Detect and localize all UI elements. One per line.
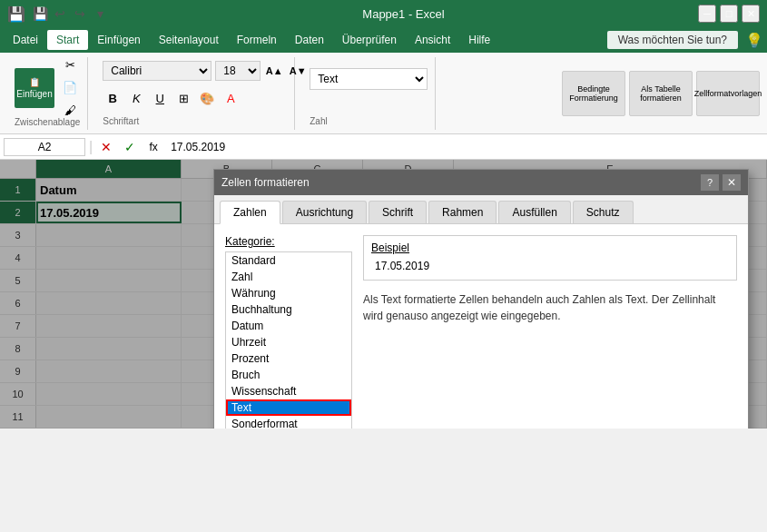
beispiel-value: 17.05.2019 — [371, 258, 729, 274]
restore-button[interactable]: □ — [720, 5, 738, 23]
save-button[interactable]: 💾 — [31, 5, 49, 23]
tab-ausrichtung[interactable]: Ausrichtung — [282, 201, 367, 223]
category-zahl[interactable]: Zahl — [226, 269, 351, 285]
menu-einfuegen[interactable]: Einfügen — [88, 30, 149, 50]
excel-logo-icon: 💾 — [7, 5, 25, 23]
dialog-body: Kategorie: Standard Zahl Währung Buchhal… — [214, 224, 748, 429]
category-text[interactable]: Text — [226, 399, 351, 416]
font-format-row: B K U ⊞ 🎨 A — [103, 89, 241, 109]
als-tabelle-btn[interactable]: Als Tabelle formatieren — [629, 71, 693, 116]
underline-button[interactable]: U — [150, 89, 170, 109]
tab-rahmen[interactable]: Rahmen — [428, 201, 497, 223]
formula-input[interactable]: 17.05.2019 — [167, 138, 763, 156]
menu-daten[interactable]: Daten — [286, 30, 333, 50]
spreadsheet-area: A B C D E 1 Datum 2 17.05.2019 3 4 5 6 — [0, 160, 767, 429]
formula-icons: ✕ ✓ fx — [96, 137, 163, 157]
undo-button[interactable]: ↩ — [51, 5, 69, 23]
formula-bar: A2 | ✕ ✓ fx 17.05.2019 — [0, 134, 767, 160]
category-wissenschaft[interactable]: Wissenschaft — [226, 383, 351, 399]
dialog-overlay: Zellen formatieren ? ✕ Zahlen Ausrichtun… — [0, 160, 767, 429]
formula-divider: | — [89, 139, 93, 155]
menu-bar: Datei Start Einfügen Seitenlayout Formel… — [0, 27, 767, 53]
menu-seitenlayout[interactable]: Seitenlayout — [150, 30, 228, 50]
menu-datei[interactable]: Datei — [4, 30, 47, 50]
dialog-help-button[interactable]: ? — [701, 174, 719, 191]
bold-button[interactable]: B — [103, 89, 123, 109]
clipboard-small-buttons: ✂ 📄 🖌 — [60, 55, 80, 121]
search-box[interactable]: Was möchten Sie tun? — [607, 31, 738, 49]
fill-color-button[interactable]: 🎨 — [197, 89, 217, 109]
tab-schrift[interactable]: Schrift — [369, 201, 427, 223]
menu-ueberpruefen[interactable]: Überprüfen — [333, 30, 406, 50]
menu-formeln[interactable]: Formeln — [228, 30, 286, 50]
category-standard[interactable]: Standard — [226, 252, 351, 269]
lightbulb-icon: 💡 — [745, 32, 763, 49]
zellformatvorlagen-btn[interactable]: Zellformatvorlagen — [696, 71, 760, 116]
ribbon: 📋 Einfügen ✂ 📄 🖌 Zwischenablage Calibri … — [0, 53, 767, 134]
dialog-title-buttons: ? ✕ — [701, 174, 741, 191]
zellen-formatieren-dialog: Zellen formatieren ? ✕ Zahlen Ausrichtun… — [213, 169, 749, 429]
window-title: Mappe1 - Excel — [109, 7, 698, 21]
minimize-button[interactable]: ─ — [698, 5, 716, 23]
ribbon-right: Bedingte Formatierung Als Tabelle format… — [562, 71, 760, 116]
tab-schutz[interactable]: Schutz — [573, 201, 634, 223]
cancel-formula-button[interactable]: ✕ — [96, 137, 116, 157]
redo-button[interactable]: ↪ — [71, 5, 89, 23]
clipboard-label: Zwischenablage — [15, 117, 80, 127]
menu-hilfe[interactable]: Hilfe — [459, 30, 499, 50]
customize-button[interactable]: ▾ — [91, 5, 109, 23]
title-bar: 💾 💾 ↩ ↪ ▾ Mappe1 - Excel ─ □ ✕ — [0, 0, 767, 27]
category-datum[interactable]: Datum — [226, 318, 351, 334]
paste-button[interactable]: 📋 Einfügen — [15, 68, 54, 108]
increase-font-button[interactable]: A▲ — [264, 61, 284, 81]
confirm-formula-button[interactable]: ✓ — [120, 137, 140, 157]
cut-button[interactable]: ✂ — [60, 55, 80, 75]
clipboard-group: 📋 Einfügen ✂ 📄 🖌 Zwischenablage — [7, 57, 88, 130]
font-family-select[interactable]: Calibri — [103, 61, 211, 81]
copy-button[interactable]: 📄 — [60, 78, 80, 98]
quick-access-toolbar: 💾 💾 ↩ ↪ ▾ — [7, 5, 109, 23]
dialog-close-button[interactable]: ✕ — [723, 174, 741, 191]
category-buchhaltung[interactable]: Buchhaltung — [226, 301, 351, 318]
category-waehrung[interactable]: Währung — [226, 285, 351, 301]
dialog-title-bar: Zellen formatieren ? ✕ — [214, 170, 748, 195]
category-uhrzeit[interactable]: Uhrzeit — [226, 334, 351, 350]
font-label: Schriftart — [103, 116, 139, 126]
beispiel-section: Beispiel 17.05.2019 — [363, 235, 737, 281]
italic-button[interactable]: K — [126, 89, 146, 109]
tab-ausfuellen[interactable]: Ausfüllen — [498, 201, 570, 223]
menu-start[interactable]: Start — [47, 30, 88, 50]
border-button[interactable]: ⊞ — [173, 89, 193, 109]
number-format-group: Text Zahl — [302, 57, 436, 130]
kategorie-label: Kategorie: — [225, 235, 352, 248]
font-group: Calibri 18 A▲ A▼ B K U ⊞ 🎨 A Schriftart — [95, 57, 295, 130]
category-bruch[interactable]: Bruch — [226, 367, 351, 383]
font-size-select[interactable]: 18 — [215, 61, 261, 81]
category-sonderformat[interactable]: Sonderformat — [226, 416, 351, 429]
dialog-title: Zellen formatieren — [221, 176, 310, 189]
number-format-label: Zahl — [310, 116, 327, 126]
paste-icon: 📋 — [29, 77, 40, 87]
window-controls: ─ □ ✕ — [698, 5, 760, 23]
category-prozent[interactable]: Prozent — [226, 350, 351, 367]
number-format-select[interactable]: Text — [310, 68, 428, 90]
beispiel-label: Beispiel — [371, 241, 729, 254]
font-color-button[interactable]: A — [221, 89, 241, 109]
insert-function-button[interactable]: fx — [143, 137, 163, 157]
cell-reference-input[interactable]: A2 — [4, 138, 85, 156]
quick-access-buttons: 💾 ↩ ↪ ▾ — [31, 5, 109, 23]
kategorie-list[interactable]: Standard Zahl Währung Buchhaltung Datum … — [225, 251, 352, 429]
tab-zahlen[interactable]: Zahlen — [220, 201, 280, 224]
menu-ansicht[interactable]: Ansicht — [406, 30, 459, 50]
description-text: Als Text formatierte Zellen behandeln au… — [363, 291, 737, 324]
kategorie-section: Kategorie: Standard Zahl Währung Buchhal… — [225, 235, 352, 429]
conditional-format-btn[interactable]: Bedingte Formatierung — [562, 71, 625, 116]
close-button[interactable]: ✕ — [742, 5, 760, 23]
dialog-tabs: Zahlen Ausrichtung Schrift Rahmen Ausfül… — [214, 195, 748, 224]
right-section: Beispiel 17.05.2019 Als Text formatierte… — [363, 235, 737, 429]
